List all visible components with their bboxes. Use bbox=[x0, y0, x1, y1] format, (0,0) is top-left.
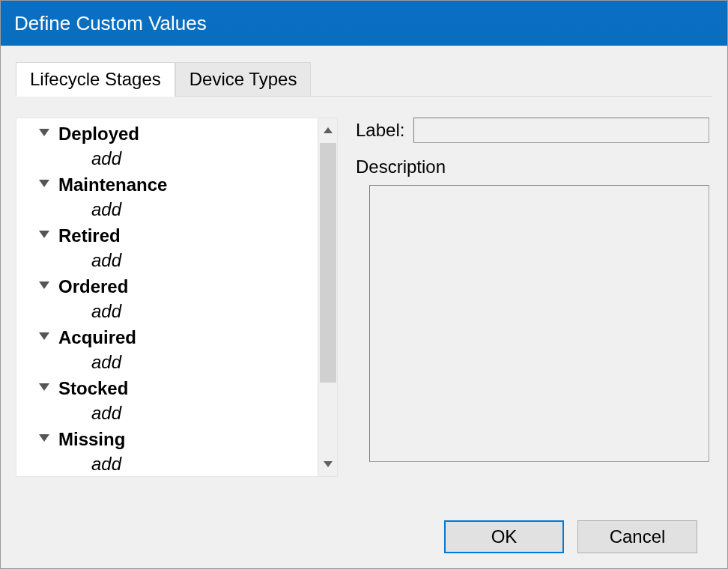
description-input[interactable] bbox=[369, 185, 709, 462]
tree-add-stocked[interactable]: add bbox=[16, 401, 318, 427]
expand-icon bbox=[39, 332, 51, 343]
svg-marker-1 bbox=[39, 180, 49, 187]
tab-label: Lifecycle Stages bbox=[30, 69, 161, 89]
tree-item-label: Acquired bbox=[58, 327, 136, 348]
tabs: Lifecycle Stages Device Types bbox=[16, 62, 712, 97]
tree-item-label: Retired bbox=[58, 225, 121, 246]
tab-lifecycle-stages[interactable]: Lifecycle Stages bbox=[16, 62, 175, 97]
expand-icon bbox=[39, 129, 51, 139]
tree-scrollbar[interactable] bbox=[318, 118, 338, 477]
expand-icon bbox=[39, 383, 51, 394]
scroll-thumb[interactable] bbox=[320, 143, 336, 383]
ok-button[interactable]: OK bbox=[444, 520, 564, 553]
lifecycle-tree[interactable]: Deployed add Maintenance add Retired add… bbox=[16, 118, 318, 477]
svg-marker-7 bbox=[324, 127, 333, 133]
tree-item-retired[interactable]: Retired bbox=[16, 223, 318, 249]
label-field-label: Label: bbox=[356, 120, 404, 141]
tree-add-ordered[interactable]: add bbox=[16, 299, 318, 325]
window-title: Define Custom Values bbox=[14, 12, 207, 35]
tree-add-missing[interactable]: add bbox=[16, 452, 318, 477]
tree-item-acquired[interactable]: Acquired bbox=[16, 325, 318, 350]
form-panel: Label: Description bbox=[356, 118, 712, 507]
label-input[interactable] bbox=[413, 118, 709, 143]
scroll-down-icon[interactable] bbox=[318, 455, 337, 473]
expand-icon bbox=[39, 231, 51, 241]
expand-icon bbox=[39, 282, 51, 292]
expand-icon bbox=[39, 434, 51, 445]
tree-item-label: Ordered bbox=[58, 276, 128, 297]
svg-marker-8 bbox=[324, 461, 333, 467]
svg-marker-3 bbox=[39, 282, 49, 289]
tree-container: Deployed add Maintenance add Retired add… bbox=[16, 118, 338, 477]
svg-marker-2 bbox=[39, 231, 49, 238]
cancel-button[interactable]: Cancel bbox=[577, 520, 697, 553]
tree-item-label: Maintenance bbox=[58, 174, 167, 195]
dialog-buttons: OK Cancel bbox=[16, 507, 712, 553]
tree-add-deployed[interactable]: add bbox=[16, 147, 318, 172]
tree-item-missing[interactable]: Missing bbox=[16, 427, 318, 452]
svg-marker-0 bbox=[39, 129, 49, 136]
tree-add-acquired[interactable]: add bbox=[16, 350, 318, 376]
content-area: Lifecycle Stages Device Types Deployed a… bbox=[1, 46, 727, 568]
scroll-up-icon[interactable] bbox=[318, 121, 337, 139]
label-row: Label: bbox=[356, 118, 709, 143]
expand-icon bbox=[39, 180, 51, 190]
tree-item-label: Deployed bbox=[58, 124, 139, 144]
svg-marker-4 bbox=[39, 332, 49, 340]
tree-add-retired[interactable]: add bbox=[16, 249, 318, 274]
tree-item-ordered[interactable]: Ordered bbox=[16, 274, 318, 299]
tab-label: Device Types bbox=[189, 69, 297, 89]
titlebar: Define Custom Values bbox=[1, 1, 727, 46]
tree-item-deployed[interactable]: Deployed bbox=[16, 121, 318, 147]
tree-item-label: Stocked bbox=[58, 378, 128, 399]
tab-device-types[interactable]: Device Types bbox=[175, 62, 312, 96]
tree-item-label: Missing bbox=[58, 429, 125, 450]
tree-item-maintenance[interactable]: Maintenance bbox=[16, 172, 318, 198]
tree-add-maintenance[interactable]: add bbox=[16, 198, 318, 223]
svg-marker-5 bbox=[39, 383, 49, 391]
tree-item-stocked[interactable]: Stocked bbox=[16, 376, 318, 401]
main-panel: Deployed add Maintenance add Retired add… bbox=[16, 97, 712, 507]
svg-marker-6 bbox=[39, 434, 49, 442]
description-field-label: Description bbox=[356, 156, 709, 177]
